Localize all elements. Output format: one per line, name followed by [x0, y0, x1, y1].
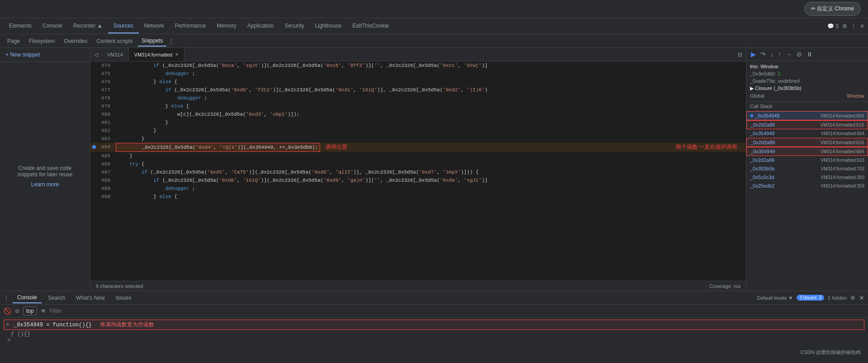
- console-cursor: >: [7, 337, 10, 344]
- console-filter-input[interactable]: [50, 308, 864, 314]
- sub-tab-filesystem[interactable]: Filesystem: [25, 36, 58, 46]
- tab-recorder[interactable]: Recorder ▲: [68, 19, 108, 33]
- call-stack-item-3[interactable]: _0x2d2a86 VM314:formatted:616: [746, 138, 868, 147]
- line-number-683: 683: [98, 135, 116, 143]
- tab-lighthouse[interactable]: Lighthouse: [310, 19, 347, 33]
- call-stack-item-2[interactable]: _0x354949 VM314:formatted:684: [746, 129, 868, 138]
- line-number-678: 678: [98, 94, 116, 102]
- tab-network[interactable]: Network: [139, 19, 170, 33]
- snippets-empty-state: Create and save code snippets for later …: [0, 62, 90, 291]
- console-filter-icon[interactable]: ⊘: [15, 308, 19, 314]
- line-content-687: if (_0x2c2326[_0x5d5a('0xd5', 'CaT5')](_…: [116, 168, 479, 176]
- tab-security[interactable]: Security: [279, 19, 309, 33]
- pause-on-exceptions-button[interactable]: ⏸: [806, 50, 814, 59]
- annotation-loop: 两个函数 一直在循环调用: [676, 143, 746, 151]
- close-devtools-icon[interactable]: ✕: [860, 23, 864, 29]
- file-tabs-arrow-left[interactable]: ◁: [90, 50, 102, 60]
- scope-closure-label: ▶ Closure (_0x393b5b): [750, 85, 802, 91]
- selection-status: 9 characters selected: [96, 283, 143, 289]
- deactivate-breakpoints-button[interactable]: ⊘: [796, 50, 803, 59]
- code-line-687: 687 if (_0x2c2326[_0x5d5a('0xd5', 'CaT5'…: [90, 168, 746, 176]
- tab-sources[interactable]: Sources: [108, 19, 139, 33]
- devtools-container: Elements Console Recorder ▲ Sources Netw…: [0, 18, 868, 363]
- more-icon[interactable]: ⋮: [851, 23, 856, 29]
- file-tab-vm314[interactable]: VM314: [102, 48, 129, 61]
- line-number-690: 690: [98, 193, 116, 201]
- call-stack-item-7[interactable]: _0x5c0c3d VM314:formatted:260: [746, 173, 868, 182]
- call-stack-item-0[interactable]: _0x354949 VM314:formatted:684: [746, 111, 868, 120]
- content-area: + New snippet Create and save code snipp…: [0, 48, 868, 291]
- chat-icon[interactable]: 💬 3: [827, 23, 839, 29]
- call-stack-item-6[interactable]: _0x393b5b VM314:formatted:703: [746, 165, 868, 173]
- tab-whats-new[interactable]: What's New: [71, 293, 109, 303]
- call-stack-loc-7: VM314:formatted:260: [821, 175, 864, 180]
- sub-tab-snippets[interactable]: Snippets: [138, 36, 166, 47]
- call-stack-item-5[interactable]: _0x2d2a86 VM314:formatted:616: [746, 156, 868, 165]
- call-stack-func-0: _0x354949: [755, 113, 779, 118]
- call-stack-item-8[interactable]: _0x25edb2 VM314:formatted:359: [746, 182, 868, 190]
- step-out-button[interactable]: ↑: [777, 50, 782, 59]
- code-line-679: 679 } else {: [90, 102, 746, 110]
- line-content-678: debugger ;: [116, 94, 207, 102]
- breakpoint-684: [92, 145, 96, 149]
- file-tabs-collapse-icon[interactable]: ⊟: [734, 52, 746, 58]
- line-number-680: 680: [98, 110, 116, 118]
- console-default-levels[interactable]: Default levels ▼: [757, 295, 793, 301]
- line-content-690: } else {: [116, 193, 177, 201]
- tab-editthiscookie[interactable]: EditThisCookie: [347, 19, 395, 33]
- middle-panel: ◁ VM314 VM314:formatted ✕ ⊟: [90, 48, 746, 291]
- line-number-687: 687: [98, 168, 116, 176]
- sub-tab-content-scripts[interactable]: Content scripts: [93, 36, 136, 46]
- sub-tab-page[interactable]: Page: [4, 36, 24, 46]
- file-tab-vm314-label: VM314: [107, 52, 123, 57]
- line-number-674: 674: [98, 61, 116, 70]
- scope-var1: _0x3e5db0: 2: [750, 70, 864, 77]
- bottom-panel: ⋮ Console Search What's New Issues Defau…: [0, 291, 868, 363]
- line-content-683: }: [116, 135, 144, 143]
- clear-console-icon[interactable]: 🚫: [4, 307, 11, 315]
- call-stack-func-6: _0x393b5b: [750, 166, 774, 171]
- close-console-icon[interactable]: ✕: [859, 294, 864, 302]
- tab-performance[interactable]: Performance: [170, 19, 212, 33]
- call-stack-item-1[interactable]: _0x2d2a86 VM314:formatted:616: [746, 120, 868, 129]
- console-tabs: ⋮ Console Search What's New Issues Defau…: [0, 291, 868, 305]
- file-tab-close-icon[interactable]: ✕: [175, 52, 179, 57]
- step-over-button[interactable]: ↷: [760, 50, 767, 59]
- tab-console[interactable]: Console: [13, 292, 42, 303]
- console-settings-icon[interactable]: ⚙: [850, 295, 855, 301]
- code-line-676: 676 } else {: [90, 78, 746, 86]
- settings-icon[interactable]: ⚙: [842, 23, 847, 29]
- step-button[interactable]: →: [785, 50, 793, 59]
- call-stack-loc-4: VM314:formatted:684: [821, 149, 864, 154]
- tab-search[interactable]: Search: [43, 293, 70, 303]
- step-into-button[interactable]: ↓: [769, 50, 774, 59]
- eye-icon[interactable]: 👁: [41, 308, 46, 314]
- top-level-selector[interactable]: top: [23, 306, 37, 316]
- scope-this-label: this: Window: [750, 64, 778, 69]
- sub-tab-overrides[interactable]: Overrides: [60, 36, 91, 46]
- new-snippet-button[interactable]: + New snippet: [0, 48, 90, 62]
- left-panel: + New snippet Create and save code snipp…: [0, 48, 90, 291]
- code-area[interactable]: 674 if (_0x2c2326[_0x5d5a('0xca', 'sgJt'…: [90, 61, 746, 281]
- scope-global-val: Window: [847, 93, 864, 99]
- coverage-status: Coverage: n/a: [709, 283, 741, 289]
- call-stack-item-4[interactable]: _0x354949 VM314:formatted:684: [746, 147, 868, 156]
- line-number-684: 684: [98, 143, 116, 151]
- file-tab-vm314-formatted[interactable]: VM314:formatted ✕: [129, 48, 184, 61]
- scope-this: this: Window: [750, 63, 864, 70]
- tab-memory[interactable]: Memory: [211, 19, 241, 33]
- customize-chrome-button[interactable]: ✏ 自定义 Chrome: [804, 2, 861, 16]
- tab-elements[interactable]: Elements: [4, 19, 37, 33]
- tab-console[interactable]: Console: [37, 19, 68, 33]
- sub-tabs-more-icon[interactable]: ⋮: [168, 38, 175, 45]
- scope-global-key: Global: [750, 93, 764, 99]
- code-line-681: 681 }: [90, 118, 746, 127]
- scope-var2: _0xade79a: undefined: [750, 77, 864, 85]
- learn-more-link[interactable]: Learn more: [31, 181, 59, 188]
- tab-issues[interactable]: Issues: [111, 293, 136, 303]
- line-content-684: _0x2c2326[_0x5d5a('0xd4', '!Q(s')](_0x35…: [116, 143, 320, 152]
- scope-closure[interactable]: ▶ Closure (_0x393b5b): [750, 85, 864, 92]
- tab-application[interactable]: Application: [242, 19, 279, 33]
- line-content-674: if (_0x2c2326[_0x5d5a('0xca', 'sgJt')](_…: [116, 61, 488, 70]
- resume-button[interactable]: ▶: [750, 50, 757, 59]
